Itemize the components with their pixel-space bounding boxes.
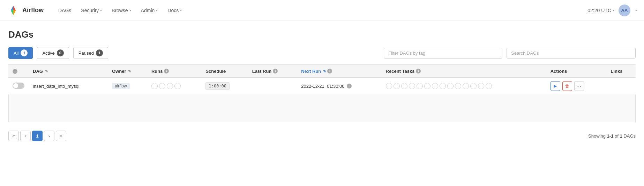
recent-tasks-info-icon[interactable]: i <box>416 69 421 73</box>
app-name: Airflow <box>22 7 44 14</box>
first-page-button[interactable]: « <box>8 131 19 141</box>
run-circle-1 <box>151 83 158 89</box>
task-circle-13 <box>478 83 484 89</box>
owner-badge: airflow <box>112 83 130 89</box>
docs-caret: ▾ <box>180 8 182 12</box>
task-circle-14 <box>486 83 492 89</box>
table-header-row: i DAG ⇅ Owner ⇅ <box>8 65 636 78</box>
nav-security[interactable]: Security ▾ <box>77 5 106 16</box>
dags-table: i DAG ⇅ Owner ⇅ <box>8 65 636 94</box>
airflow-logo <box>7 4 20 17</box>
active-count-badge: 0 <box>57 49 64 56</box>
filter-paused-button[interactable]: Paused 1 <box>73 47 108 59</box>
browse-caret: ▾ <box>129 8 131 12</box>
delete-dag-button[interactable]: 🗑 <box>562 81 572 91</box>
task-circle-8 <box>440 83 446 89</box>
task-circle-5 <box>417 83 423 89</box>
nav-items: DAGs Security ▾ Browse ▾ Admin ▾ Docs ▾ <box>54 5 587 16</box>
page-content: DAGs All 1 Active 0 Paused 1 i <box>0 21 644 147</box>
dag-sort-icon[interactable]: ⇅ <box>45 69 48 73</box>
avatar-caret[interactable]: ▾ <box>635 8 637 12</box>
more-options-button[interactable]: ··· <box>574 81 584 91</box>
paused-count-badge: 1 <box>96 49 103 56</box>
task-circle-4 <box>409 83 415 89</box>
table-row: insert_data_into_mysql airflow <box>8 78 636 95</box>
nav-docs[interactable]: Docs ▾ <box>163 5 186 16</box>
navbar: Airflow DAGs Security ▾ Browse ▾ Admin ▾… <box>0 0 644 21</box>
all-count-badge: 1 <box>21 49 28 56</box>
task-circle-12 <box>470 83 477 89</box>
filter-tags-input[interactable] <box>384 48 502 59</box>
run-circle-2 <box>159 83 165 89</box>
filter-all-button[interactable]: All 1 <box>8 47 33 59</box>
nav-admin[interactable]: Admin ▾ <box>137 5 162 16</box>
dag-col-info-icon[interactable]: i <box>13 69 17 74</box>
run-circle-4 <box>174 83 181 89</box>
runs-circles <box>151 83 197 89</box>
links-cell <box>606 78 636 95</box>
next-run-row-info-icon[interactable]: i <box>347 84 352 88</box>
owner-sort-icon[interactable]: ⇅ <box>128 69 131 73</box>
next-page-button[interactable]: › <box>44 131 54 141</box>
page-title: DAGs <box>8 29 636 40</box>
dag-toggle[interactable] <box>13 83 24 89</box>
last-run-cell <box>248 78 297 95</box>
task-circle-10 <box>455 83 461 89</box>
dags-table-container: i DAG ⇅ Owner ⇅ <box>8 64 636 122</box>
empty-area <box>8 94 636 122</box>
time-selector[interactable]: 02:20 UTC ▾ <box>587 8 614 13</box>
filter-active-button[interactable]: Active 0 <box>37 47 69 59</box>
last-run-info-icon[interactable]: i <box>273 69 278 73</box>
filters-row: All 1 Active 0 Paused 1 <box>8 47 636 59</box>
brand[interactable]: Airflow <box>7 4 44 17</box>
task-circle-6 <box>424 83 430 89</box>
task-circle-3 <box>401 83 407 89</box>
run-circle-3 <box>167 83 173 89</box>
task-circle-1 <box>386 83 392 89</box>
runs-info-icon[interactable]: i <box>164 69 169 73</box>
admin-caret: ▾ <box>156 8 158 12</box>
last-page-button[interactable]: » <box>56 131 66 141</box>
pagination: « ‹ 1 › » <box>8 131 66 141</box>
task-circle-7 <box>432 83 438 89</box>
trigger-dag-button[interactable]: ▶ <box>551 81 560 91</box>
dag-name[interactable]: insert_data_into_mysql <box>33 84 80 89</box>
next-run-sort-icon[interactable]: ⇅ <box>323 69 326 73</box>
nav-browse[interactable]: Browse ▾ <box>107 5 135 16</box>
task-circle-9 <box>447 83 454 89</box>
nav-dags[interactable]: DAGs <box>54 5 75 16</box>
showing-text: Showing 1-1 of 1 DAGs <box>588 133 636 139</box>
prev-page-button[interactable]: ‹ <box>20 131 31 141</box>
task-circle-11 <box>463 83 469 89</box>
search-dags-input[interactable] <box>507 48 636 59</box>
next-run-cell: 2022-12-21, 01:30:00 i <box>301 84 377 89</box>
pagination-row: « ‹ 1 › » Showing 1-1 of 1 DAGs <box>8 125 636 147</box>
schedule-badge: 1:00:00 <box>205 82 230 90</box>
avatar[interactable]: AA <box>619 5 630 16</box>
task-circle-2 <box>394 83 400 89</box>
actions-cell: ▶ 🗑 ··· <box>551 81 602 91</box>
next-run-info-icon[interactable]: i <box>327 69 332 73</box>
time-caret: ▾ <box>613 8 614 12</box>
security-caret: ▾ <box>100 8 102 12</box>
current-page-button[interactable]: 1 <box>32 131 43 141</box>
nav-right: 02:20 UTC ▾ AA ▾ <box>587 5 637 16</box>
next-run-text: 2022-12-21, 01:30:00 <box>301 84 344 89</box>
recent-tasks-circles <box>386 83 542 89</box>
